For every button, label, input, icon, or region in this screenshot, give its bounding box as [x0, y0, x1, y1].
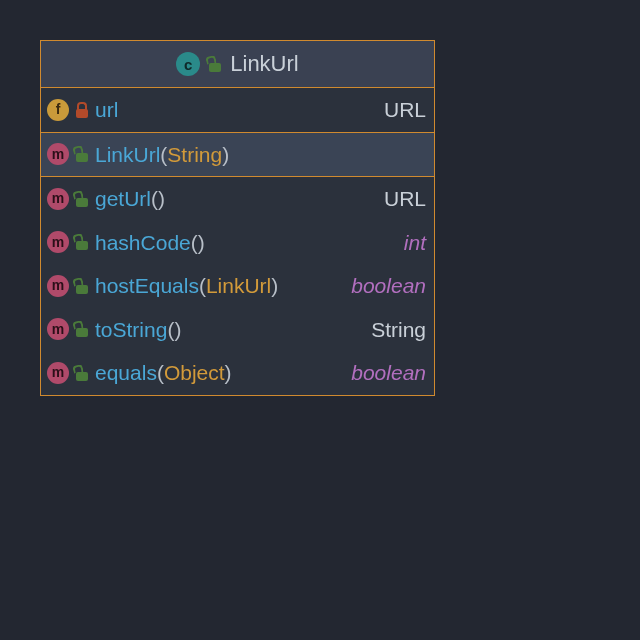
- unlock-icon: [75, 278, 89, 294]
- lock-icon: [75, 102, 89, 118]
- methods-section: mgetUrl()URLmhashCode()intmhostEquals(Li…: [41, 177, 434, 395]
- unlock-icon: [75, 321, 89, 337]
- member-row[interactable]: mhashCode()int: [41, 221, 434, 265]
- field-icon: f: [47, 99, 69, 121]
- unlock-icon: [75, 146, 89, 162]
- member-signature: toString(): [95, 314, 355, 346]
- member-row[interactable]: furlURL: [41, 88, 434, 132]
- member-row[interactable]: mLinkUrl(String): [41, 133, 434, 177]
- method-icon: m: [47, 143, 69, 165]
- method-icon: m: [47, 318, 69, 340]
- return-type: boolean: [341, 270, 426, 302]
- member-signature: equals(Object): [95, 357, 335, 389]
- member-row[interactable]: mhostEquals(LinkUrl)boolean: [41, 264, 434, 308]
- member-row[interactable]: mequals(Object)boolean: [41, 351, 434, 395]
- return-type: boolean: [341, 357, 426, 389]
- unlock-icon: [208, 56, 222, 72]
- member-signature: hostEquals(LinkUrl): [95, 270, 335, 302]
- method-icon: m: [47, 362, 69, 384]
- fields-section: furlURL: [41, 88, 434, 133]
- method-icon: m: [47, 188, 69, 210]
- member-row[interactable]: mtoString()String: [41, 308, 434, 352]
- member-signature: url: [95, 94, 368, 126]
- unlock-icon: [75, 191, 89, 207]
- return-type: String: [361, 314, 426, 346]
- class-header[interactable]: c LinkUrl: [41, 41, 434, 88]
- member-signature: getUrl(): [95, 183, 368, 215]
- member-signature: LinkUrl(String): [95, 139, 426, 171]
- return-type: int: [394, 227, 426, 259]
- unlock-icon: [75, 365, 89, 381]
- class-icon: c: [176, 52, 200, 76]
- class-name: LinkUrl: [230, 51, 298, 77]
- return-type: URL: [374, 183, 426, 215]
- member-row[interactable]: mgetUrl()URL: [41, 177, 434, 221]
- constructors-section: mLinkUrl(String): [41, 133, 434, 178]
- unlock-icon: [75, 234, 89, 250]
- method-icon: m: [47, 275, 69, 297]
- member-signature: hashCode(): [95, 227, 388, 259]
- class-diagram: c LinkUrl furlURL mLinkUrl(String) mgetU…: [40, 40, 435, 396]
- return-type: URL: [374, 94, 426, 126]
- method-icon: m: [47, 231, 69, 253]
